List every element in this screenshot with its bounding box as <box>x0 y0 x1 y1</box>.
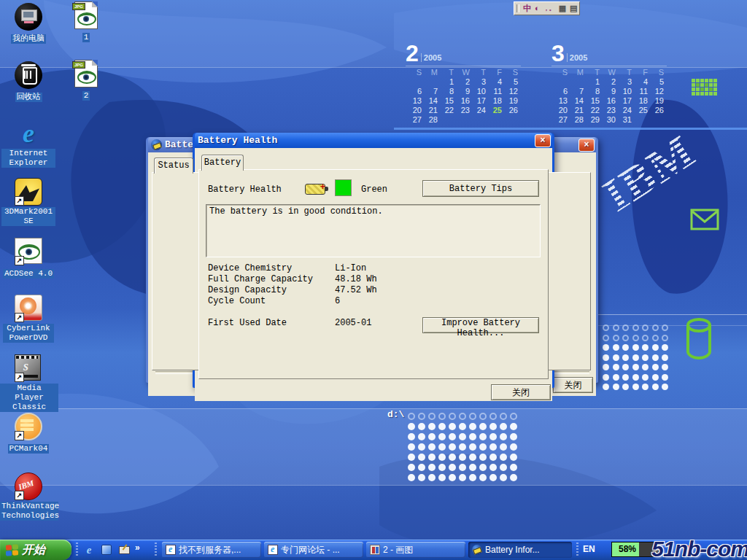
calendar-grid: SMTWTFS123456789101112131415161718192021… <box>406 66 521 125</box>
wallpaper-dot <box>489 423 497 430</box>
calendar-week: 20212223242526 <box>406 106 521 115</box>
ime-punctuation-button[interactable]: ，。 <box>543 3 555 14</box>
desktop-file-2[interactable]: JPG 2 <box>67 60 105 101</box>
icon-label: 1 <box>82 33 90 42</box>
wallpaper-dot <box>469 423 476 430</box>
ime-language-bar[interactable]: 中 ◐ ，。 ▦ ▤ <box>514 1 580 15</box>
wallpaper-dot <box>489 464 497 471</box>
wallpaper-dot <box>510 433 517 440</box>
calendar-day-header: S <box>502 68 518 77</box>
calendar-week: 13141516171819 <box>551 96 667 106</box>
calendar-date: 16 <box>600 96 616 106</box>
wallpaper-dot <box>613 344 619 351</box>
close-dialog-button[interactable]: 关闭 <box>491 384 551 400</box>
wallpaper-dot <box>459 454 466 461</box>
taskbar-task-paint[interactable]: 2 - 画图 <box>366 542 465 558</box>
calendar-day-header: W <box>600 68 616 77</box>
wallpaper-dot <box>438 443 446 451</box>
wallpaper-dot <box>500 474 507 481</box>
battery-health-titlebar[interactable]: Battery Health × <box>195 133 552 148</box>
wallpaper-dot <box>642 324 649 331</box>
wallpaper-dot <box>622 354 629 361</box>
windows-logo-icon <box>6 544 18 556</box>
taskbar-task-server-not-found[interactable]: 找不到服务器,... <box>162 542 261 558</box>
taskbar-task-forum[interactable]: 专门网论坛 - ... <box>264 542 363 558</box>
wallpaper-dot <box>662 324 668 331</box>
ime-menu-button[interactable]: ▤ <box>570 3 577 14</box>
media-player-classic-icon <box>15 354 41 381</box>
calendar-date <box>632 115 648 125</box>
desktop-icon-media-player-classic[interactable]: Media Player Classic <box>0 354 57 412</box>
wallpaper-dot <box>479 433 487 440</box>
start-button[interactable]: 开始 <box>0 540 71 560</box>
ime-input-mode-button[interactable]: 中 <box>523 3 531 14</box>
desktop-icon-thinkvantage[interactable]: ThinkVantage Technologies <box>0 472 57 521</box>
desktop-icon-acdsee[interactable]: ACDSee 4.0 <box>0 238 57 279</box>
calendar-date: 2 <box>600 77 616 87</box>
wallpaper-dot <box>500 433 507 440</box>
desktop-icon-my-computer[interactable]: 我的电脑 <box>0 3 57 44</box>
3dmark-icon <box>15 178 42 206</box>
calendar-date: 9 <box>600 87 616 96</box>
calendar-date <box>438 115 454 125</box>
desktop-icon-3dmark2001[interactable]: 3DMark2001 SE <box>0 178 57 226</box>
wallpaper-dot <box>642 384 649 390</box>
desktop-icon-powerdvd[interactable]: CyberLink PowerDVD <box>0 295 57 343</box>
calendar-date <box>486 115 502 125</box>
calendar-header: 2 2005 <box>406 39 521 64</box>
desktop-file-1[interactable]: JPG 1 <box>67 1 105 42</box>
close-dialog-button[interactable]: 关闭 <box>553 377 593 393</box>
quicklaunch-outlook-express-icon[interactable] <box>101 544 112 556</box>
calendar-day-header: T <box>616 68 632 77</box>
acdsee-icon <box>15 238 42 264</box>
calendar-date: 15 <box>438 96 454 106</box>
wallpaper-dot <box>438 433 446 440</box>
quicklaunch-overflow-chevron[interactable]: » <box>135 542 140 553</box>
ime-grip[interactable] <box>516 4 519 12</box>
taskbar-separator <box>76 542 78 557</box>
wallpaper-dot <box>622 324 629 331</box>
wallpaper-dot <box>632 384 639 390</box>
calendar-grid: SMTWTFS123456789101112131415161718192021… <box>551 66 667 125</box>
calendar-day-header: S <box>406 68 422 77</box>
field-label: Cycle Count <box>208 296 266 306</box>
wallpaper-dot <box>438 413 446 420</box>
wallpaper-dot <box>622 384 629 390</box>
battery-health-label: Battery Health <box>208 184 282 195</box>
wallpaper-dot <box>613 374 619 381</box>
tab-battery[interactable]: Battery <box>201 155 244 171</box>
tab-status[interactable]: Status <box>154 158 193 174</box>
language-indicator[interactable]: EN <box>583 544 595 554</box>
close-button[interactable]: × <box>535 134 551 147</box>
taskbar-task-battery-information[interactable]: Battery Infor... <box>468 542 572 558</box>
quicklaunch-internet-explorer-icon[interactable]: e <box>83 544 95 556</box>
wallpaper-dot <box>479 454 487 461</box>
wallpaper-dot <box>642 335 649 341</box>
ime-width-mode-button[interactable]: ◐ <box>535 3 540 14</box>
wallpaper-dot <box>408 413 415 420</box>
desktop-icon-internet-explorer[interactable]: e Internet Explorer <box>0 120 57 168</box>
wallpaper-dot <box>469 433 476 440</box>
quicklaunch-show-desktop-icon[interactable] <box>118 544 130 556</box>
task-label: 专门网论坛 - ... <box>281 544 340 556</box>
wallpaper-dot <box>428 474 436 481</box>
calendar-day-header: S <box>551 68 568 77</box>
wallpaper-dot <box>408 464 415 471</box>
improve-battery-health-button[interactable]: Improve Battery Health... <box>422 317 539 333</box>
battery-health-window[interactable]: Battery Health × Battery Battery Health … <box>193 133 554 388</box>
close-button[interactable]: × <box>578 139 595 152</box>
desktop-icon-pcmark04[interactable]: PCMark04 <box>0 413 57 454</box>
calendar-header: 3 2005 <box>551 39 667 64</box>
wallpaper-dot <box>622 335 629 341</box>
wallpaper-dot <box>428 443 436 451</box>
wallpaper-dot <box>510 464 517 471</box>
calendar-date: 30 <box>600 115 616 125</box>
desktop-icon-recycle-bin[interactable]: 回收站 <box>0 61 57 102</box>
calendar-date: 8 <box>438 87 454 96</box>
ime-soft-keyboard-button[interactable]: ▦ <box>559 3 566 14</box>
calendar-date: 17 <box>616 96 632 106</box>
powerdvd-icon <box>15 295 42 321</box>
battery-tips-button[interactable]: Battery Tips <box>422 180 539 197</box>
calendar-date <box>502 115 518 125</box>
jpg-tag: JPG <box>72 61 85 69</box>
